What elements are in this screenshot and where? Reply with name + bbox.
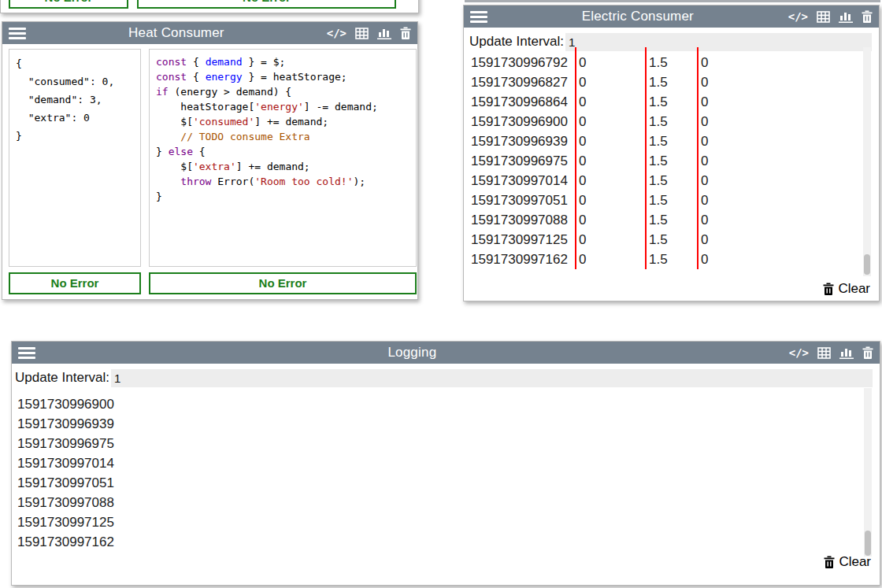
header-icons: </> — [788, 10, 873, 23]
status-button[interactable]: No Error — [9, 0, 128, 9]
scrollbar-track — [863, 47, 871, 276]
table-row: 159173099716201.50 — [464, 250, 873, 269]
list-item: 1591730997088 — [12, 493, 862, 512]
update-interval-input[interactable] — [111, 369, 873, 387]
electric-rows: 159173099679201.50159173099682701.501591… — [464, 47, 873, 276]
table-row: 159173099705101.50 — [464, 190, 873, 210]
chart-icon[interactable] — [377, 27, 391, 39]
panel-logging: Logging </> Update Interval: 15917309969… — [11, 341, 880, 586]
list-item: 1591730996975 — [12, 434, 862, 453]
table-row: 159173099679201.50 — [464, 53, 873, 72]
table-row: 159173099708801.50 — [464, 210, 873, 230]
list-item: 1591730996900 — [12, 394, 862, 414]
status-button[interactable]: No Error — [9, 272, 141, 294]
code-editor[interactable]: const { demand } = $;const { energy } = … — [149, 49, 417, 267]
trash-icon — [823, 283, 834, 295]
code-icon[interactable]: </> — [788, 10, 808, 23]
header-icons: </> — [789, 346, 873, 359]
status-button[interactable]: No Error — [137, 0, 396, 9]
menu-icon[interactable] — [9, 28, 26, 39]
scrollbar-thumb[interactable] — [865, 531, 871, 556]
panel-title: Electric Consumer — [487, 9, 788, 24]
panel-heat-consumer: Heat Consumer </> { "consumed": 0, "dema… — [2, 21, 418, 300]
table-icon[interactable] — [817, 11, 830, 23]
chart-icon[interactable] — [839, 346, 854, 359]
code-icon[interactable]: </> — [789, 346, 809, 359]
clear-button[interactable]: Clear — [824, 554, 871, 570]
cutoff-panel-shadow — [465, 0, 880, 2]
list-item: 1591730997014 — [12, 453, 862, 473]
clear-button[interactable]: Clear — [823, 281, 870, 297]
table-row: 159173099690001.50 — [464, 112, 873, 131]
panel-header: Logging </> — [12, 342, 880, 364]
chart-icon[interactable] — [839, 10, 853, 23]
table-icon[interactable] — [817, 347, 831, 359]
panel-header: Electric Consumer </> — [464, 6, 879, 28]
table-row: 159173099682701.50 — [464, 72, 873, 92]
clear-label: Clear — [838, 281, 870, 297]
table-row: 159173099697501.50 — [464, 151, 873, 171]
list-item: 1591730996939 — [12, 414, 862, 434]
menu-icon[interactable] — [470, 11, 487, 23]
table-row: 159173099712501.50 — [464, 230, 873, 250]
trash-icon[interactable] — [400, 27, 411, 39]
panel-top-cutoff: No Error No Error — [0, 0, 419, 13]
table-row: 159173099686401.50 — [464, 92, 873, 112]
panel-header: Heat Consumer </> — [2, 22, 417, 44]
list-item: 1591730997125 — [12, 512, 862, 532]
trash-icon[interactable] — [862, 346, 873, 359]
table-row: 159173099701401.50 — [464, 171, 873, 190]
table-row-partial — [464, 47, 873, 53]
trash-icon — [824, 556, 835, 568]
table-row: 159173099693901.50 — [464, 131, 873, 151]
json-editor[interactable]: { "consumed": 0, "demand": 3, "extra": 0… — [9, 49, 141, 267]
panel-electric-consumer: Electric Consumer </> Update Interval: 1… — [463, 5, 880, 301]
table-icon[interactable] — [355, 28, 369, 39]
logging-rows: 1591730996900159173099693915917309969751… — [12, 394, 862, 552]
clear-label: Clear — [839, 554, 871, 570]
update-interval-label: Update Interval: — [15, 370, 109, 386]
trash-icon[interactable] — [862, 10, 873, 23]
panel-title: Heat Consumer — [26, 25, 327, 41]
scrollbar-thumb[interactable] — [864, 254, 870, 275]
scrollbar-track — [864, 388, 872, 557]
header-icons: </> — [327, 27, 411, 39]
panel-title: Logging — [35, 345, 789, 361]
menu-icon[interactable] — [18, 347, 35, 359]
list-item: 1591730997051 — [12, 473, 862, 493]
list-item: 1591730997162 — [12, 532, 862, 552]
status-button[interactable]: No Error — [149, 272, 417, 294]
code-icon[interactable]: </> — [327, 27, 346, 39]
dashboard-canvas: No Error No Error Heat Consumer </> { "c… — [0, 0, 882, 588]
